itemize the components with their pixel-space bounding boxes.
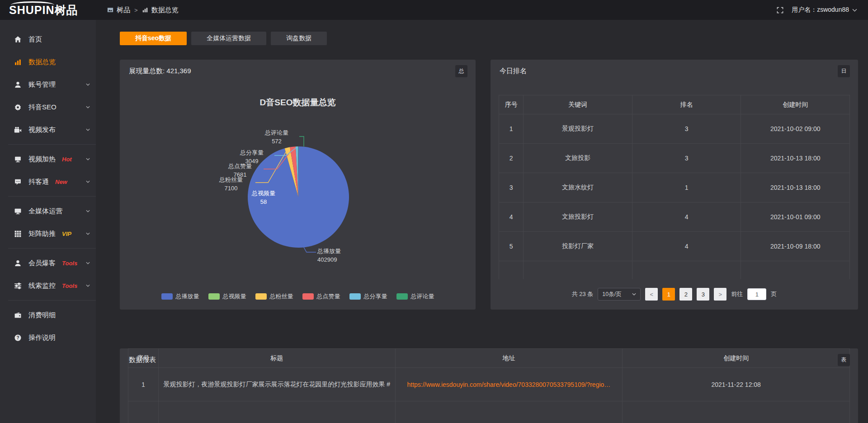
page-size-select[interactable]: 10条/页 xyxy=(598,288,641,301)
table-row: 5投影灯厂家42021-10-09 18:00 xyxy=(499,232,850,261)
sidebar-item-home[interactable]: 首页 xyxy=(0,28,96,51)
home-icon xyxy=(14,36,22,43)
table-row: 4文旅投影灯42021-10-01 09:00 xyxy=(499,202,850,232)
chevron-down-icon xyxy=(86,262,90,264)
page-button-1[interactable]: 1 xyxy=(662,288,675,301)
legend-label: 总评论量 xyxy=(411,292,434,301)
pie-label-comments: 总评论量572 xyxy=(255,128,298,146)
table-cell: 3 xyxy=(499,173,524,202)
sidebar-item-consumption-detail[interactable]: 消费明细 xyxy=(0,304,96,326)
sliders-icon xyxy=(14,282,22,290)
pie-chart[interactable] xyxy=(120,60,476,310)
user-menu[interactable]: 用户名：zswodun88 xyxy=(792,6,857,14)
table-cell: 2021-10-02 09:00 xyxy=(741,114,850,144)
sidebar-item-badge: Tools xyxy=(62,282,77,289)
table-cell: 1 xyxy=(499,114,524,144)
data-report-panel: 数据报表 表 序号标题地址创建时间1景观投影灯，夜游景观投影灯厂家展示展示落花灯… xyxy=(120,348,858,423)
seo-overview-panel: 展现量总数: 421,369 总 D音SEO数据量总览 总评论量572 总分享量… xyxy=(120,60,476,310)
user-icon xyxy=(14,81,22,89)
day-badge-button[interactable]: 日 xyxy=(838,65,850,77)
column-header: 地址 xyxy=(395,349,623,368)
table-cell: 2 xyxy=(499,144,524,173)
question-icon: ? xyxy=(14,334,22,342)
empty-row xyxy=(499,261,850,279)
sidebar-item-douketong[interactable]: 抖客通New xyxy=(0,170,96,193)
sidebar-item-data-overview[interactable]: 数据总览 xyxy=(0,51,96,73)
table-cell: 景观投影灯 xyxy=(524,114,632,144)
empty-row xyxy=(128,401,850,423)
sidebar-item-label: 消费明细 xyxy=(28,311,56,320)
tab-douyin-seo-data[interactable]: 抖音seo数据 xyxy=(120,32,187,45)
sidebar-item-label: 视频加热 xyxy=(28,155,56,164)
sidebar-item-label: 数据总览 xyxy=(28,58,56,66)
divider xyxy=(8,196,96,197)
app-window-icon xyxy=(107,7,113,13)
screen-icon xyxy=(14,155,22,163)
goto-unit: 页 xyxy=(771,290,777,298)
cell-title: 景观投影灯，夜游景观投影灯厂家展示展示落花灯在花园里的灯光投影应用效果 # xyxy=(159,368,395,401)
legend-item-5[interactable]: 总评论量 xyxy=(396,292,434,301)
sidebar-item-member-baoke[interactable]: 会员爆客Tools xyxy=(0,252,96,274)
column-header: 排名 xyxy=(632,95,741,114)
sidebar-item-label: 会员爆客 xyxy=(28,259,56,268)
prev-page-button[interactable]: < xyxy=(645,288,658,301)
legend-swatch xyxy=(349,293,361,300)
next-page-button[interactable]: > xyxy=(714,288,726,301)
gear-icon xyxy=(14,103,22,111)
sidebar-item-help[interactable]: ?操作说明 xyxy=(0,326,96,349)
chart-bars-icon xyxy=(14,58,22,66)
sidebar-item-douyin-seo[interactable]: 抖音SEO xyxy=(0,96,96,118)
sidebar-item-label: 操作说明 xyxy=(28,334,56,342)
report-table: 序号标题地址创建时间1景观投影灯，夜游景观投影灯厂家展示展示落花灯在花园里的灯光… xyxy=(128,348,850,423)
table-header-row: 序号标题地址创建时间 xyxy=(128,349,850,368)
table-row: 1景观投影灯32021-10-02 09:00 xyxy=(499,114,850,144)
video-camera-icon xyxy=(14,126,22,134)
sidebar-item-label: 首页 xyxy=(28,35,42,44)
legend-label: 总点赞量 xyxy=(317,292,340,301)
legend-item-2[interactable]: 总粉丝量 xyxy=(255,292,293,301)
goto-page-input[interactable] xyxy=(747,288,766,300)
page-button-3[interactable]: 3 xyxy=(697,288,709,301)
column-header: 创建时间 xyxy=(623,349,850,368)
sidebar-item-video-publish[interactable]: 视频发布 xyxy=(0,118,96,141)
sidebar-item-account-management[interactable]: 账号管理 xyxy=(0,73,96,96)
chevron-down-icon xyxy=(852,9,857,12)
sidebar-item-label: 账号管理 xyxy=(28,80,56,89)
divider xyxy=(8,300,96,301)
divider xyxy=(8,248,96,249)
sidebar-item-media-operation[interactable]: 全媒体运营 xyxy=(0,200,96,222)
app-logo[interactable]: SHUPIN树品 xyxy=(0,0,96,20)
chevron-down-icon xyxy=(86,284,90,287)
video-link[interactable]: https://www.iesdouyin.com/share/video/70… xyxy=(407,381,610,388)
wallet-icon xyxy=(14,311,22,319)
table-cell: 2021-10-09 18:00 xyxy=(741,232,850,261)
legend-label: 总粉丝量 xyxy=(270,292,293,301)
sidebar-item-video-heat[interactable]: 视频加热Hot xyxy=(0,148,96,170)
chart-bars-icon xyxy=(142,7,148,13)
legend-label: 总视频量 xyxy=(223,292,246,301)
legend-item-4[interactable]: 总分享量 xyxy=(349,292,387,301)
report-title: 数据报表 xyxy=(129,356,156,364)
sidebar-item-matrix-boost[interactable]: 矩阵助推VIP xyxy=(0,222,96,245)
column-header: 创建时间 xyxy=(741,95,850,114)
legend-swatch xyxy=(302,293,314,300)
sidebar-item-clue-monitor[interactable]: 线索监控Tools xyxy=(0,274,96,297)
fullscreen-icon[interactable] xyxy=(777,7,783,14)
table-cell: 4 xyxy=(499,202,524,232)
legend-item-0[interactable]: 总播放量 xyxy=(161,292,199,301)
table-cell: 4 xyxy=(632,232,741,261)
breadcrumb-root[interactable]: 树品 xyxy=(117,6,130,14)
page-button-2[interactable]: 2 xyxy=(679,288,692,301)
legend-item-1[interactable]: 总视频量 xyxy=(208,292,246,301)
sidebar-item-badge: New xyxy=(55,179,67,185)
table-cell: 3 xyxy=(632,144,741,173)
legend-swatch xyxy=(161,293,173,300)
table-row: 2文旅投影32021-10-13 18:00 xyxy=(499,144,850,173)
legend-item-3[interactable]: 总点赞量 xyxy=(302,292,340,301)
tab-media-operation-data[interactable]: 全媒体运营数据 xyxy=(191,32,266,45)
ranking-table: 序号关键词排名创建时间1景观投影灯32021-10-02 09:002文旅投影3… xyxy=(499,95,850,279)
table-cell: 投影灯厂家 xyxy=(524,232,632,261)
table-badge-button[interactable]: 表 xyxy=(838,354,850,366)
breadcrumb-separator: > xyxy=(134,7,138,14)
tab-inquiry-data[interactable]: 询盘数据 xyxy=(271,32,327,45)
